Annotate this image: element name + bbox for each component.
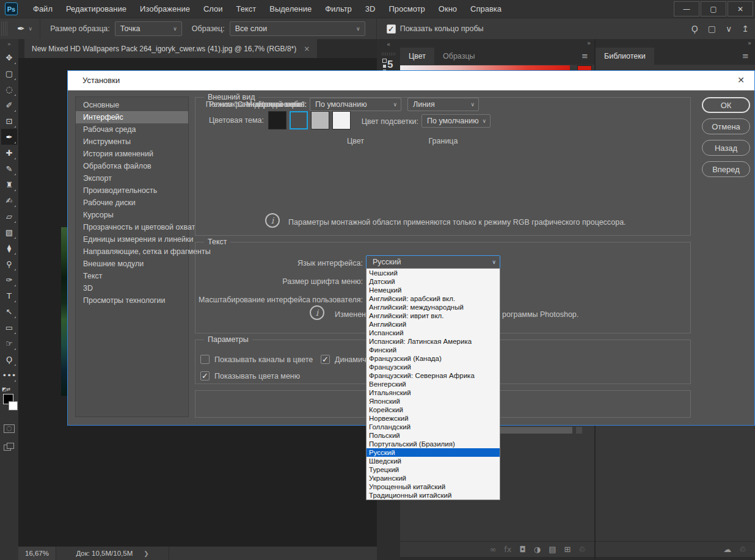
language-option[interactable]: Французский (367, 363, 500, 371)
dock-drag-handle[interactable] (382, 53, 395, 56)
menu-item[interactable]: Редактирование (59, 0, 133, 18)
language-option[interactable]: Польский (367, 431, 500, 440)
menu-item[interactable]: Справка (464, 0, 508, 18)
highlight-color-select[interactable]: По умолчанию ∨ (421, 114, 491, 128)
language-option[interactable]: Немецкий (367, 286, 500, 294)
language-option[interactable]: Испанский (367, 329, 500, 337)
sidebar-item[interactable]: Внешние модули (76, 258, 188, 270)
more-tools[interactable]: ••• (1, 367, 17, 383)
language-option[interactable]: Английский: международный (367, 303, 500, 311)
eyedropper-tool[interactable]: ✒ (1, 129, 17, 145)
language-option[interactable]: Португальский (Бразилия) (367, 440, 500, 448)
panel-menu-icon[interactable]: ≡ (582, 51, 588, 60)
group-folder-icon[interactable]: ▤ (549, 545, 556, 554)
language-option[interactable]: Украинский (367, 474, 500, 482)
show-menu-colors-checkbox[interactable] (200, 371, 210, 380)
sidebar-item[interactable]: Производительность (76, 184, 188, 197)
quick-selection-tool[interactable]: ✐ (1, 97, 17, 113)
marquee-tool[interactable]: ▢ (1, 65, 17, 81)
language-option[interactable]: Итальянский (367, 388, 500, 397)
sidebar-item[interactable]: Просмотры технологии (76, 294, 188, 307)
move-tool[interactable]: ✥ (1, 49, 17, 65)
dodge-tool[interactable]: ⚲ (1, 256, 17, 272)
adjustment-layer-icon[interactable]: ◑ (534, 545, 541, 554)
language-option[interactable]: Английский (367, 320, 500, 329)
language-option[interactable]: Венгерский (367, 380, 500, 388)
zoom-level-field[interactable]: 16,67% (18, 547, 56, 560)
sidebar-item[interactable]: Основные (76, 99, 188, 111)
chevron-down-icon[interactable]: ∨ (726, 24, 732, 34)
status-chevron-icon[interactable]: ❯ (144, 550, 148, 557)
sidebar-item[interactable]: 3D (76, 282, 188, 294)
layer-mask-icon[interactable]: ◘ (520, 545, 526, 554)
zoom-tool[interactable]: Ϙ (1, 351, 17, 367)
language-option[interactable]: Корейский (367, 405, 500, 414)
language-option[interactable]: Английский: иврит вкл. (367, 311, 500, 320)
clone-stamp-tool[interactable]: ♜ (1, 176, 17, 192)
sample-select[interactable]: Все слои ∨ (230, 21, 365, 36)
menu-item[interactable]: Окно (432, 0, 464, 18)
language-option[interactable]: Турецкий (367, 465, 500, 474)
language-option[interactable]: Французский (Канада) (367, 354, 500, 363)
active-tool-preview[interactable]: ✒ ∨ (7, 18, 40, 39)
menu-item[interactable]: Выделение (263, 0, 318, 18)
brush-tool[interactable]: ✎ (1, 161, 17, 176)
document-size-status[interactable]: Док: 10,5M/10,5M ❯ (56, 547, 169, 560)
menu-item[interactable]: Просмотр (382, 0, 431, 18)
language-option[interactable]: Испанский: Латинская Америка (367, 337, 500, 346)
blur-tool[interactable]: ⧫ (1, 240, 17, 256)
tab-close-icon[interactable]: × (304, 45, 310, 53)
lasso-tool[interactable]: ◌ (1, 81, 17, 97)
dialog-titlebar[interactable]: Установки ✕ (68, 71, 754, 90)
language-option[interactable]: Французский: Северная Африка (367, 371, 500, 380)
panel-menu-icon[interactable]: ≡ (742, 51, 749, 60)
type-tool[interactable]: T (1, 288, 17, 304)
sidebar-item[interactable]: Направляющие, сетка и фрагменты (76, 245, 188, 258)
language-option[interactable]: Голландский (367, 423, 500, 431)
theme-dark-swatch[interactable] (290, 111, 308, 129)
trash-icon[interactable]: ♲ (578, 545, 586, 554)
path-selection-tool[interactable]: ↖ (1, 304, 17, 319)
sidebar-item[interactable]: Обработка файлов (76, 160, 188, 172)
toolbar-expand-icon[interactable]: » (7, 41, 11, 47)
share-icon[interactable]: ↥ (742, 24, 749, 34)
language-option[interactable]: Финский (367, 346, 500, 354)
language-option[interactable]: Шведский (367, 457, 500, 465)
sync-stop-icon[interactable]: ☁ (723, 545, 731, 554)
panel-scrollbar-nub[interactable] (576, 427, 582, 434)
border-select[interactable]: Линия ∨ (407, 98, 479, 111)
menu-item[interactable]: Слои (197, 0, 230, 18)
document-tab[interactable]: New Mixed HD Wallpapers Pack 264_igoryk_… (24, 39, 317, 58)
link-icon[interactable]: ∞ (489, 545, 496, 554)
crop-tool[interactable]: ⊡ (1, 113, 17, 129)
tab-libraries[interactable]: Библиотеки (596, 48, 654, 65)
forward-button[interactable]: Вперед (702, 161, 750, 177)
sidebar-item[interactable]: Единицы измерения и линейки (76, 233, 188, 245)
healing-brush-tool[interactable]: ✚ (1, 145, 17, 161)
language-option[interactable]: Английский: арабский вкл. (367, 294, 500, 303)
menu-item[interactable]: Текст (230, 0, 263, 18)
pen-tool[interactable]: ✑ (1, 272, 17, 288)
menu-item[interactable]: 3D (359, 0, 382, 18)
dialog-close-icon[interactable]: ✕ (737, 75, 745, 85)
trash-icon[interactable]: ♲ (739, 545, 746, 554)
show-ring-checkbox[interactable] (387, 24, 396, 34)
gradient-tool[interactable]: ▧ (1, 224, 17, 240)
background-color-swatch[interactable] (9, 401, 18, 410)
sidebar-item[interactable]: Текст (76, 270, 188, 282)
expand-dock-icon[interactable]: » (748, 40, 751, 46)
search-icon[interactable]: Ϙ (691, 24, 698, 34)
tab-color[interactable]: Цвет (400, 48, 434, 65)
hand-tool[interactable]: ☞ (1, 335, 17, 351)
new-layer-icon[interactable]: ⊞ (564, 545, 571, 554)
workspace-icon[interactable]: ▢ (708, 24, 716, 34)
language-option[interactable]: Датский (367, 277, 500, 286)
theme-lightest-swatch[interactable] (332, 111, 351, 129)
sidebar-item[interactable]: Прозрачность и цветовой охват (76, 221, 188, 233)
sidebar-item[interactable]: Рабочая среда (76, 123, 188, 136)
theme-darkest-swatch[interactable] (268, 111, 286, 129)
collapse-dock-icon[interactable]: « (377, 41, 400, 48)
sidebar-item[interactable]: Экспорт (76, 172, 188, 184)
minimize-button[interactable]: — (674, 1, 699, 16)
sidebar-item[interactable]: Инструменты (76, 136, 188, 148)
